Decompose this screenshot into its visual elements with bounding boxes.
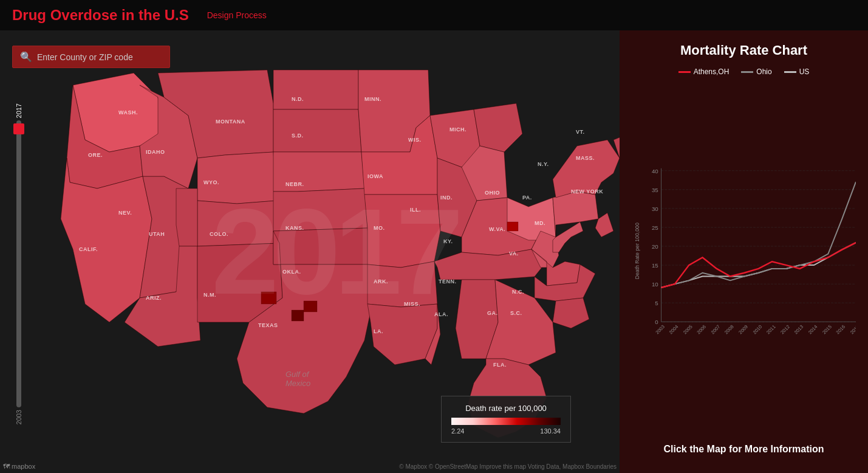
- svg-text:2011: 2011: [765, 324, 777, 336]
- legend-gradient: [451, 418, 561, 425]
- chart-legend: Athens,OH Ohio US: [632, 67, 856, 76]
- app-header: Drug Overdose in the U.S Design Process: [0, 0, 868, 30]
- svg-text:2004: 2004: [668, 323, 680, 335]
- slider-thumb[interactable]: [13, 123, 24, 134]
- region-co[interactable]: [197, 201, 279, 246]
- mortality-chart: 0 5 10 15 20 25 30 35 40 Death Rate p: [632, 82, 856, 432]
- main-layout: 🔍 2017 2003 2017 Gulf ofMexico: [0, 30, 868, 473]
- svg-text:35: 35: [652, 187, 658, 193]
- svg-text:2006: 2006: [695, 324, 707, 336]
- svg-text:15: 15: [652, 262, 658, 269]
- year-top-label: 2017: [15, 103, 22, 118]
- svg-text:2005: 2005: [682, 324, 694, 336]
- ohio-line: [661, 182, 856, 288]
- legend-max: 130.34: [540, 427, 561, 435]
- mapbox-text: 🗺 mapbox: [3, 463, 35, 470]
- legend-label-ohio: Ohio: [756, 67, 771, 76]
- region-ks[interactable]: [273, 188, 367, 231]
- map-area[interactable]: 🔍 2017 2003 2017 Gulf ofMexico: [0, 30, 620, 473]
- search-bar: 🔍: [12, 46, 170, 68]
- region-ar[interactable]: [367, 261, 437, 307]
- mapbox-logo: 🗺 mapbox: [3, 463, 35, 470]
- svg-text:0: 0: [655, 319, 658, 325]
- svg-text:2015: 2015: [821, 324, 833, 336]
- svg-text:2016: 2016: [835, 324, 847, 336]
- legend-min: 2.24: [451, 427, 464, 435]
- legend-color-ohio: [741, 71, 753, 73]
- legend-us: US: [784, 67, 810, 76]
- slider-track[interactable]: [16, 120, 21, 407]
- svg-text:25: 25: [652, 224, 658, 231]
- legend-title: Death rate per 100,000: [451, 404, 561, 413]
- right-panel: Mortality Rate Chart Athens,OH Ohio US: [620, 30, 868, 473]
- legend-label-athens: Athens,OH: [694, 67, 730, 76]
- svg-text:40: 40: [652, 168, 658, 174]
- legend-labels: 2.24 130.34: [451, 427, 561, 435]
- svg-text:2009: 2009: [737, 324, 749, 336]
- hotspot-2[interactable]: [292, 310, 304, 321]
- legend-label-us: US: [799, 67, 810, 76]
- svg-text:30: 30: [652, 205, 658, 212]
- svg-text:2010: 2010: [752, 324, 764, 336]
- click-info[interactable]: Click the Map for More Information: [632, 438, 856, 461]
- region-sd[interactable]: [273, 109, 361, 152]
- hotspot-3[interactable]: [304, 301, 317, 312]
- svg-text:2003: 2003: [655, 324, 666, 336]
- map-legend: Death rate per 100,000 2.24 130.34: [441, 396, 571, 443]
- svg-text:Death Rate per 100,000: Death Rate per 100,000: [634, 223, 640, 279]
- svg-text:2017: 2017: [849, 324, 856, 336]
- region-wy[interactable]: [197, 152, 276, 204]
- legend-ohio: Ohio: [741, 67, 771, 76]
- svg-text:10: 10: [652, 281, 658, 288]
- region-nd[interactable]: [273, 70, 358, 109]
- svg-text:2008: 2008: [723, 324, 735, 336]
- search-icon: 🔍: [20, 51, 32, 63]
- legend-color-us: [784, 71, 796, 73]
- svg-text:2012: 2012: [779, 324, 791, 336]
- region-ne[interactable]: [273, 152, 364, 192]
- legend-athens: Athens,OH: [678, 67, 730, 76]
- svg-text:20: 20: [652, 243, 658, 250]
- year-slider[interactable]: 2017 2003: [15, 103, 22, 424]
- svg-text:5: 5: [655, 300, 658, 306]
- svg-text:2013: 2013: [793, 324, 805, 336]
- design-process-link[interactable]: Design Process: [207, 10, 267, 20]
- chart-svg: 0 5 10 15 20 25 30 35 40 Death Rate p: [632, 82, 856, 432]
- region-ok[interactable]: [273, 228, 371, 264]
- map-attribution-right: © Mapbox © OpenStreetMap Improve this ma…: [399, 463, 617, 470]
- region-ut[interactable]: [176, 188, 197, 246]
- region-mo[interactable]: [364, 195, 440, 268]
- app-title: Drug Overdose in the U.S: [12, 7, 189, 24]
- chart-title: Mortality Rate Chart: [632, 43, 856, 58]
- ohio-hotspot[interactable]: [507, 222, 518, 231]
- year-bottom-label: 2003: [15, 410, 22, 424]
- hotspot-1[interactable]: [261, 292, 276, 304]
- search-input[interactable]: [37, 52, 162, 62]
- legend-color-athens: [678, 71, 691, 73]
- svg-text:2014: 2014: [807, 323, 819, 335]
- svg-text:2007: 2007: [710, 324, 722, 336]
